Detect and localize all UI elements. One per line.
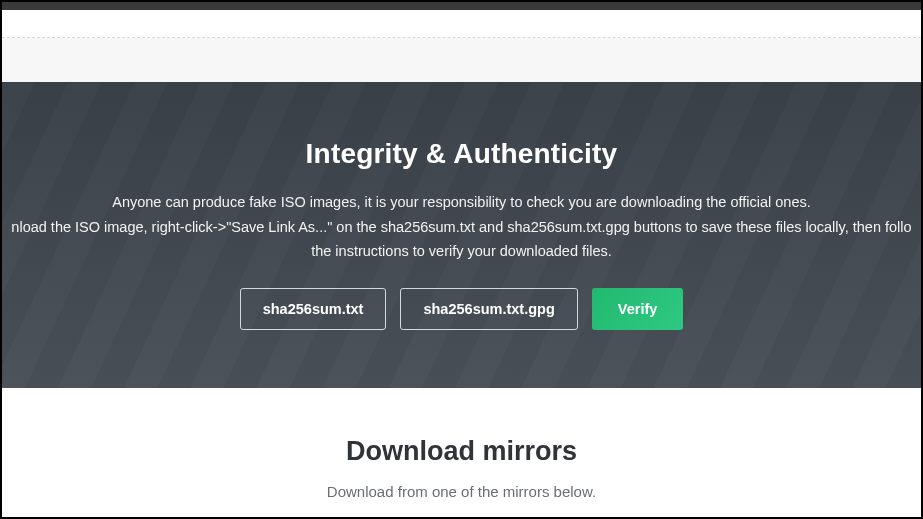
gap-spacer (2, 38, 921, 82)
integrity-line-3: the instructions to verify your download… (2, 239, 921, 264)
window-top-bar (2, 2, 921, 10)
integrity-section: Integrity & Authenticity Anyone can prod… (2, 82, 921, 388)
mirrors-title: Download mirrors (2, 436, 921, 467)
integrity-line-2: nload the ISO image, right-click->"Save … (2, 215, 921, 240)
sha256sum-txt-button[interactable]: sha256sum.txt (240, 288, 387, 330)
integrity-description: Anyone can produce fake ISO images, it i… (2, 190, 921, 264)
integrity-line-1: Anyone can produce fake ISO images, it i… (2, 190, 921, 215)
sha256sum-txt-gpg-button[interactable]: sha256sum.txt.gpg (400, 288, 577, 330)
mirrors-subtitle: Download from one of the mirrors below. (2, 483, 921, 500)
integrity-button-row: sha256sum.txt sha256sum.txt.gpg Verify (2, 288, 921, 330)
verify-button[interactable]: Verify (592, 288, 684, 330)
mirrors-section: Download mirrors Download from one of th… (2, 388, 921, 500)
header-spacer (2, 10, 921, 38)
integrity-title: Integrity & Authenticity (2, 138, 921, 170)
